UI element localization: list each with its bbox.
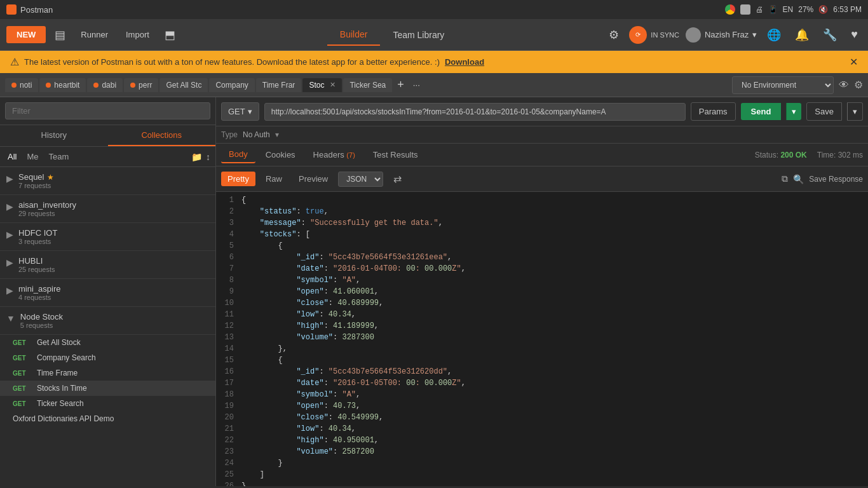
raw-view-button[interactable]: Raw: [259, 172, 288, 186]
req-tab-company[interactable]: Company: [209, 78, 254, 92]
save-button[interactable]: Save: [806, 102, 842, 121]
line-content: "low": 40.34,: [241, 423, 868, 435]
history-tab[interactable]: History: [0, 125, 108, 146]
title-bar: Postman 🖨 📱 EN 27% 🔇 6:53 PM: [0, 0, 868, 19]
sidebar-toggle-button[interactable]: ▤: [51, 24, 69, 46]
request-get-all-stock[interactable]: GET Get All Stock: [0, 335, 215, 350]
subtab-me[interactable]: Me: [24, 151, 41, 163]
req-tab-perr[interactable]: perr: [124, 78, 158, 92]
env-settings-icon[interactable]: ⚙: [854, 79, 863, 91]
environment-select[interactable]: No Environment: [732, 76, 834, 94]
save-dropdown-button[interactable]: ▾: [847, 102, 863, 121]
method-badge-get: GET: [13, 355, 32, 362]
runner-button[interactable]: Runner: [74, 26, 114, 43]
preview-view-button[interactable]: Preview: [292, 172, 334, 186]
method-dropdown-icon: ▾: [248, 107, 252, 116]
method-badge-get: GET: [13, 385, 32, 392]
line-content: "_id": "5cc43b7e5664f53e31261eea",: [241, 252, 868, 263]
search-button[interactable]: 🔍: [793, 173, 804, 184]
eye-icon[interactable]: 👁: [839, 79, 849, 91]
request-oxford[interactable]: Oxford Dictionaries API Demo: [0, 411, 215, 426]
request-company-search[interactable]: GET Company Search: [0, 350, 215, 365]
method-badge-get: GET: [13, 400, 32, 407]
req-tab-tickersea[interactable]: Ticker Sea: [343, 78, 392, 92]
new-window-button[interactable]: ⬒: [161, 24, 179, 46]
line-content: "close": 40.689999,: [241, 297, 868, 309]
request-ticker-search[interactable]: GET Ticker Search: [0, 396, 215, 411]
sort-button[interactable]: ↕: [206, 152, 210, 162]
wrench-icon[interactable]: 🔧: [819, 24, 841, 46]
new-button[interactable]: NEW: [6, 26, 46, 43]
sidebar-subtabs: All Me Team 📁 ↕: [0, 147, 215, 167]
collection-hdfc-iot[interactable]: ▶ HDFC IOT 3 requests: [0, 223, 215, 251]
line-number: 26: [216, 480, 241, 486]
builder-tab[interactable]: Builder: [327, 24, 381, 46]
req-tab-stoc[interactable]: Stoc ✕: [302, 78, 342, 92]
collection-sequel[interactable]: ▶ Sequel ★ 7 requests: [0, 167, 215, 195]
collection-aisan-inventory[interactable]: ▶ aisan_inventory 29 requests: [0, 195, 215, 223]
code-line: 11 "low": 40.34,: [216, 309, 868, 320]
collections-tab[interactable]: Collections: [108, 125, 216, 146]
req-tab-getallstc[interactable]: Get All Stc: [159, 78, 208, 92]
code-line: 12 "high": 41.189999,: [216, 320, 868, 332]
main-content: History Collections All Me Team 📁 ↕ ▶ Se…: [0, 97, 868, 486]
more-tabs-button[interactable]: ···: [409, 79, 424, 91]
test-results-tab[interactable]: Test Results: [365, 147, 426, 163]
req-tab-timeframe[interactable]: Time Frar: [256, 78, 302, 92]
collection-info: mini_aspire 4 requests: [18, 284, 209, 301]
line-number: 19: [216, 400, 241, 412]
send-dropdown-button[interactable]: ▾: [786, 103, 801, 120]
line-content: {: [241, 194, 868, 206]
auth-dropdown-icon[interactable]: ▾: [275, 130, 279, 139]
collection-hubli[interactable]: ▶ HUBLI 25 requests: [0, 251, 215, 279]
params-button[interactable]: Params: [691, 102, 736, 121]
env-icons: 👁 ⚙: [839, 79, 863, 91]
pretty-view-button[interactable]: Pretty: [221, 172, 255, 186]
code-line: 10 "close": 40.689999,: [216, 297, 868, 309]
req-tab-dabi[interactable]: dabi: [87, 78, 123, 92]
line-number: 12: [216, 320, 241, 332]
tab-dot: [46, 83, 51, 88]
method-select[interactable]: GET ▾: [221, 102, 259, 121]
filter-input[interactable]: [5, 102, 210, 119]
collection-name: Node Stock: [20, 312, 209, 322]
send-button[interactable]: Send: [741, 103, 782, 120]
notif-download-link[interactable]: Download: [445, 57, 484, 67]
subtab-team[interactable]: Team: [46, 151, 72, 163]
url-input[interactable]: [264, 103, 686, 121]
collection-count: 29 requests: [18, 210, 209, 217]
bell-icon[interactable]: 🔔: [791, 24, 813, 46]
toolbar-right: ⚙ ⟳ IN SYNC Nazish Fraz ▾ 🌐 🔔 🔧 ♥: [605, 24, 862, 46]
import-button[interactable]: Import: [119, 26, 156, 43]
line-content: "low": 40.34,: [241, 309, 868, 320]
collection-node-stock[interactable]: ▼ Node Stock 5 requests: [0, 307, 215, 335]
globe-icon[interactable]: 🌐: [763, 24, 785, 46]
format-select[interactable]: JSON XML HTML Text: [338, 172, 383, 187]
extension-icon: [740, 4, 750, 15]
tab-label: noti: [20, 81, 32, 90]
wrap-button[interactable]: ⇄: [387, 170, 408, 187]
heart-icon[interactable]: ♥: [847, 24, 862, 45]
tab-close-button[interactable]: ✕: [330, 81, 336, 89]
req-tab-heartbit[interactable]: heartbit: [39, 78, 86, 92]
save-response-button[interactable]: Save Response: [809, 173, 863, 184]
line-number: 16: [216, 366, 241, 377]
headers-tab[interactable]: Headers (7): [306, 147, 363, 163]
team-library-tab[interactable]: Team Library: [380, 24, 457, 46]
response-toolbar: Pretty Raw Preview JSON XML HTML Text ⇄ …: [216, 166, 868, 192]
sidebar-action-icons: 📁 ↕: [191, 152, 210, 162]
copy-button[interactable]: ⧉: [782, 173, 788, 184]
request-time-frame[interactable]: GET Time Frame: [0, 365, 215, 381]
notif-close-button[interactable]: ✕: [850, 56, 858, 68]
collection-mini-aspire[interactable]: ▶ mini_aspire 4 requests: [0, 279, 215, 307]
cookies-tab[interactable]: Cookies: [258, 147, 303, 163]
new-collection-button[interactable]: 📁: [191, 152, 202, 162]
request-stocks-in-time[interactable]: GET Stocks In Time: [0, 381, 215, 396]
add-tab-button[interactable]: +: [393, 77, 408, 93]
user-area[interactable]: Nazish Fraz ▾: [686, 27, 757, 43]
req-tab-noti[interactable]: noti: [5, 78, 38, 92]
subtab-all[interactable]: All: [5, 151, 19, 163]
settings-icon[interactable]: ⚙: [605, 24, 623, 46]
code-line: 26}: [216, 480, 868, 486]
body-tab[interactable]: Body: [221, 146, 255, 163]
